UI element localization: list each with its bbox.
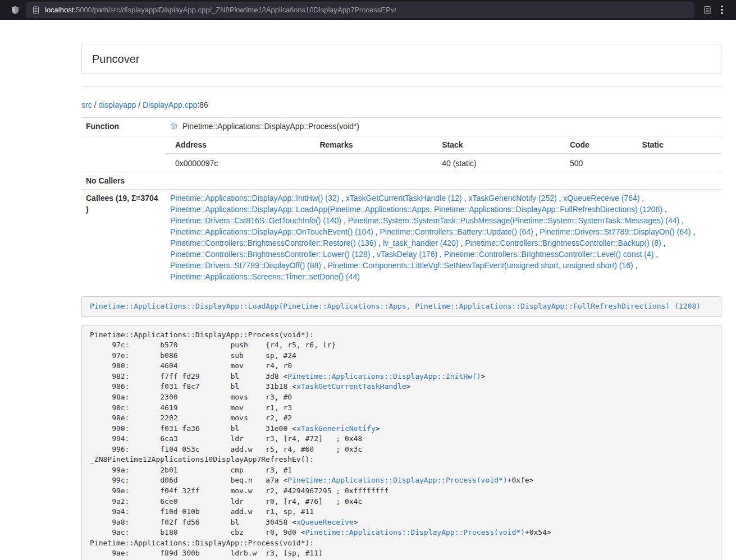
callee-link[interactable]: Pinetime::Drivers::St7789::DisplayOff() …: [170, 261, 321, 270]
asm-text: 996: f104 053c add.w r5, r4, #60 ; 0x3c: [90, 445, 362, 453]
callee-separator: ,: [533, 227, 540, 236]
callee-item: Pinetime::Applications::DisplayApp::OnTo…: [170, 227, 380, 236]
breadcrumb-separator: /: [92, 100, 99, 109]
callee-separator: ,: [653, 250, 658, 259]
callee-separator: ,: [639, 194, 644, 203]
asm-line: 9ac: b180 cbz r0, 9d0 <Pinetime::Applica…: [90, 527, 713, 538]
metrics-value-row: 0x0000097c 40 (static) 500: [166, 154, 721, 172]
callee-separator: ,: [662, 205, 667, 214]
callee-link[interactable]: Pinetime::Applications::DisplayApp::Init…: [170, 194, 339, 203]
asm-text-after: >: [376, 424, 380, 433]
callee-item: Pinetime::Components::LittleVgl::SetNewT…: [328, 261, 638, 270]
disassembly-block: Pinetime::Applications::DisplayApp::Proc…: [81, 325, 721, 560]
callee-link[interactable]: Pinetime::Applications::DisplayApp::Load…: [170, 205, 662, 214]
breadcrumb-link[interactable]: displayapp: [98, 100, 136, 109]
callee-separator: ,: [633, 261, 638, 270]
url-bar[interactable]: localhost:5000/path/src/displayapp/Displ…: [26, 2, 694, 18]
callee-link[interactable]: Pinetime::Controllers::Battery::Update()…: [380, 227, 533, 236]
asm-text-after: +0x54>: [525, 528, 551, 536]
metrics-header-row: Address Remarks Stack Code Static: [166, 136, 721, 154]
callee-separator: ,: [691, 227, 696, 236]
asm-text-after: >: [354, 518, 358, 526]
callee-separator: ,: [459, 238, 465, 247]
no-callers-cell: [166, 172, 721, 190]
column-header-address: Address: [166, 136, 310, 154]
asm-line: 990: f031 fa36 bl 31e00 <xTaskGenericNot…: [90, 424, 713, 434]
highlighted-callee-block: Pinetime::Applications::DisplayApp::Load…: [81, 296, 721, 317]
page-info-icon[interactable]: [31, 6, 40, 15]
asm-symbol-link[interactable]: Pinetime::Applications::DisplayApp::Proc…: [305, 528, 525, 536]
callee-item: Pinetime::Applications::Screens::Timer::…: [170, 272, 360, 281]
asm-text: 990: f031 fa36 bl 31e00 <: [90, 424, 296, 433]
metrics-table: Address Remarks Stack Code Static 0x0000…: [166, 136, 721, 172]
callee-link[interactable]: xTaskGenericNotify (252): [468, 194, 556, 203]
callee-separator: ,: [557, 194, 564, 203]
callee-link[interactable]: Pinetime::Controllers::BrightnessControl…: [444, 250, 653, 259]
callee-separator: ,: [679, 216, 684, 225]
breadcrumb-link[interactable]: src: [81, 100, 92, 109]
function-row-label: Function: [81, 118, 166, 136]
page-content: Puncover src / displayapp / DisplayApp.c…: [81, 20, 721, 560]
asm-symbol-link[interactable]: Pinetime::Applications::DisplayApp::Proc…: [287, 476, 507, 484]
asm-text: 9a4: f10d 010b add.w r1, sp, #11: [90, 507, 314, 516]
callee-link[interactable]: lv_task_handler (420): [383, 238, 459, 247]
asm-text: 98a: 2300 movs r3, #0: [90, 393, 292, 401]
callee-link[interactable]: Pinetime::Applications::DisplayApp::OnTo…: [170, 227, 373, 236]
asm-line: _ZN8Pinetime12Applications10DisplayApp7R…: [90, 455, 713, 465]
callee-item: vTaskDelay (176) ,: [377, 250, 444, 259]
asm-text: 9a8: f02f fd56 bl 30458 <: [90, 518, 296, 526]
callee-link[interactable]: Pinetime::Controllers::BrightnessControl…: [170, 250, 370, 259]
callee-link[interactable]: Pinetime::Components::LittleVgl::SetNewT…: [328, 261, 633, 270]
callee-link[interactable]: Pinetime::Controllers::BrightnessControl…: [465, 238, 661, 247]
stack-value: 40 (static): [432, 154, 560, 172]
asm-text: 98c: 4619 mov r1, r3: [90, 403, 292, 412]
asm-text: 982: f7ff fd29 bl 3d8 <: [90, 372, 287, 380]
callee-separator: ,: [370, 250, 377, 259]
column-header-stack: Stack: [432, 136, 560, 154]
asm-symbol-link[interactable]: xTaskGetCurrentTaskHandle: [296, 382, 406, 391]
no-callers-label: No Callers: [81, 172, 166, 190]
page-title: Puncover: [92, 53, 140, 65]
breadcrumb-link[interactable]: DisplayApp.cpp: [143, 100, 197, 109]
asm-line: 982: f7ff fd29 bl 3d8 <Pinetime::Applica…: [90, 371, 713, 382]
asm-text: 99a: 2b01 cmp r3, #1: [90, 466, 292, 474]
function-name-cell: Pinetime::Applications::DisplayApp::Proc…: [166, 118, 721, 136]
browser-menu-button[interactable]: [715, 3, 729, 17]
callee-item: Pinetime::Controllers::BrightnessControl…: [444, 250, 658, 259]
asm-line: 980: 4604 mov r4, r0: [90, 361, 713, 371]
asm-text-after: +0xfe>: [508, 476, 534, 484]
asm-line: Pinetime::Applications::DisplayApp::Proc…: [90, 538, 713, 549]
callee-item: Pinetime::System::SystemTask::PushMessag…: [348, 216, 684, 225]
asm-text: 9ae: f89d 300b ldrb.w r3, [sp, #11]: [90, 549, 323, 557]
callee-separator: ,: [437, 250, 444, 259]
asm-line: 99a: 2b01 cmp r3, #1: [90, 465, 713, 476]
callee-link[interactable]: vTaskDelay (176): [377, 250, 437, 259]
callee-link[interactable]: Pinetime::Drivers::St7789::DisplayOn() (…: [540, 227, 691, 236]
callee-link[interactable]: Pinetime::Controllers::BrightnessControl…: [170, 238, 376, 247]
asm-symbol-link[interactable]: Pinetime::Applications::DisplayApp::Init…: [287, 372, 481, 380]
callee-item: xTaskGetCurrentTaskHandle (12) ,: [346, 194, 469, 203]
reader-view-button[interactable]: [700, 3, 715, 17]
browser-chrome: localhost:5000/path/src/displayapp/Displ…: [0, 0, 736, 20]
asm-symbol-link[interactable]: xQueueReceive: [296, 518, 354, 526]
breadcrumb-line-number: :86: [197, 100, 208, 109]
callee-separator: ,: [321, 261, 328, 270]
callee-link[interactable]: Pinetime::Drivers::Cst816S::GetTouchInfo…: [170, 216, 341, 225]
callee-item: Pinetime::Drivers::St7789::DisplayOn() (…: [540, 227, 695, 236]
tracking-protection-shield-icon[interactable]: [8, 3, 22, 17]
callee-item: Pinetime::Drivers::St7789::DisplayOff() …: [170, 261, 328, 270]
callee-separator: ,: [376, 238, 383, 247]
callee-separator: ,: [373, 227, 380, 236]
callee-link[interactable]: Pinetime::System::SystemTask::PushMessag…: [348, 216, 680, 225]
callee-link[interactable]: Pinetime::Applications::Screens::Timer::…: [170, 272, 360, 281]
asm-text: Pinetime::Applications::DisplayApp::Proc…: [90, 539, 314, 547]
url-text[interactable]: localhost:5000/path/src/displayapp/Displ…: [45, 6, 396, 14]
function-name: Pinetime::Applications::DisplayApp::Proc…: [182, 122, 359, 131]
callee-link[interactable]: xQueueReceive (764): [563, 194, 639, 203]
callee-link[interactable]: xTaskGetCurrentTaskHandle (12): [346, 194, 462, 203]
asm-symbol-link[interactable]: xTaskGenericNotify: [296, 424, 376, 433]
callee-item: xTaskGenericNotify (252) ,: [468, 194, 563, 203]
asm-text: 99c: d06d beq.n a7a <: [90, 476, 287, 484]
asm-line: 994: 6ca3 ldr r3, [r4, #72] ; 0x48: [90, 434, 713, 444]
highlighted-callee-link[interactable]: Pinetime::Applications::DisplayApp::Load…: [90, 302, 701, 310]
